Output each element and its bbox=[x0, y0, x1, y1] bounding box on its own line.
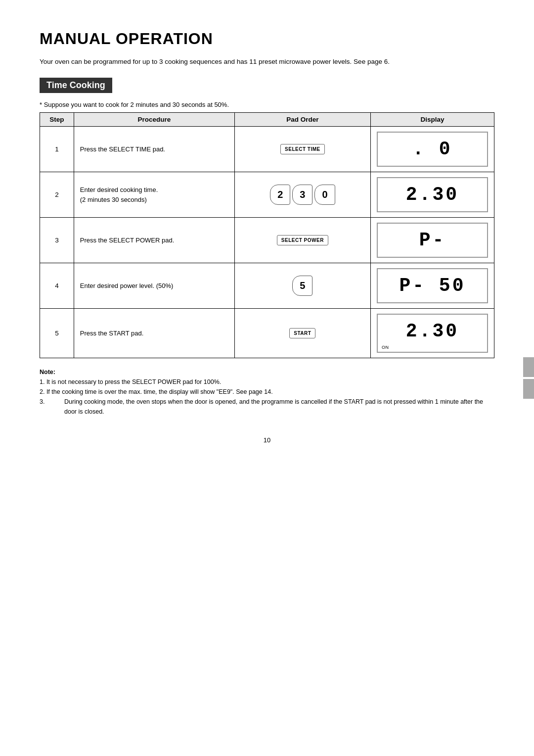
num-button[interactable]: 3 bbox=[292, 185, 312, 205]
lcd-text: 2.30 bbox=[406, 184, 459, 205]
note-label: Note: bbox=[40, 369, 55, 376]
pad-button[interactable]: SELECT POWER bbox=[277, 235, 328, 245]
pad-cell: 5 bbox=[234, 263, 370, 309]
num-button[interactable]: 2 bbox=[270, 185, 290, 205]
lcd-display: P- 50 bbox=[377, 268, 488, 303]
lcd-display: . 0 bbox=[377, 132, 488, 167]
step-cell: 1 bbox=[40, 127, 74, 172]
pad-button[interactable]: SELECT TIME bbox=[280, 144, 325, 154]
pad-cell: 230 bbox=[234, 172, 370, 218]
suppose-text: * Suppose you want to cook for 2 minutes… bbox=[40, 101, 494, 108]
step-cell: 2 bbox=[40, 172, 74, 218]
table-row: 2Enter desired cooking time.(2 minutes 3… bbox=[40, 172, 494, 218]
num-button[interactable]: 5 bbox=[292, 276, 312, 296]
right-tab-2 bbox=[523, 379, 534, 399]
lcd-on-label: ON bbox=[382, 345, 389, 350]
notes-section: Note: 1. It is not necessary to press th… bbox=[40, 367, 494, 417]
section-header: Time Cooking bbox=[40, 78, 112, 93]
lcd-text: 2.30 bbox=[406, 321, 459, 342]
num-button[interactable]: 0 bbox=[314, 185, 335, 205]
table-row: 3Press the SELECT POWER pad.SELECT POWER… bbox=[40, 218, 494, 263]
procedure-cell: Press the START pad. bbox=[74, 309, 234, 358]
procedure-cell: Press the SELECT POWER pad. bbox=[74, 218, 234, 263]
step-cell: 3 bbox=[40, 218, 74, 263]
pad-cell: START bbox=[234, 309, 370, 358]
display-cell: 2.30ON bbox=[370, 309, 494, 358]
pad-button[interactable]: START bbox=[289, 328, 315, 338]
col-header-step: Step bbox=[40, 113, 74, 127]
lcd-text: P- 50 bbox=[399, 275, 465, 296]
intro-text: Your oven can be programmed for up to 3 … bbox=[40, 57, 494, 67]
step-cell: 4 bbox=[40, 263, 74, 309]
note-item: 1. It is not necessary to press the SELE… bbox=[40, 377, 494, 387]
right-tab-1 bbox=[523, 357, 534, 377]
col-header-display: Display bbox=[370, 113, 494, 127]
lcd-display: P- bbox=[377, 223, 488, 258]
pad-cell: SELECT POWER bbox=[234, 218, 370, 263]
step-cell: 5 bbox=[40, 309, 74, 358]
lcd-display: 2.30ON bbox=[377, 314, 488, 353]
col-header-pad: Pad Order bbox=[234, 113, 370, 127]
note-item: 2. If the cooking time is over the max. … bbox=[40, 387, 494, 397]
note-content: During cooking mode, the oven stops when… bbox=[64, 397, 494, 417]
num-group: 5 bbox=[241, 276, 364, 296]
page-title: MANUAL OPERATION bbox=[40, 30, 494, 48]
display-cell: P- bbox=[370, 218, 494, 263]
table-row: 5Press the START pad.START2.30ON bbox=[40, 309, 494, 358]
page-number: 10 bbox=[40, 436, 494, 444]
procedure-cell: Press the SELECT TIME pad. bbox=[74, 127, 234, 172]
note-prefix: 3. bbox=[40, 397, 64, 417]
col-header-procedure: Procedure bbox=[74, 113, 234, 127]
display-cell: 2.30 bbox=[370, 172, 494, 218]
table-row: 4Enter desired power level. (50%)5P- 50 bbox=[40, 263, 494, 309]
instruction-table: Step Procedure Pad Order Display 1Press … bbox=[40, 112, 494, 358]
right-tabs bbox=[523, 357, 534, 399]
lcd-display: 2.30 bbox=[377, 177, 488, 212]
table-row: 1Press the SELECT TIME pad.SELECT TIME. … bbox=[40, 127, 494, 172]
pad-cell: SELECT TIME bbox=[234, 127, 370, 172]
procedure-cell: Enter desired power level. (50%) bbox=[74, 263, 234, 309]
lcd-text: P- bbox=[419, 230, 446, 251]
num-group: 230 bbox=[241, 185, 364, 205]
display-cell: . 0 bbox=[370, 127, 494, 172]
procedure-cell: Enter desired cooking time.(2 minutes 30… bbox=[74, 172, 234, 218]
display-cell: P- 50 bbox=[370, 263, 494, 309]
note-item-wrapper: 3. During cooking mode, the oven stops w… bbox=[40, 397, 494, 417]
lcd-text: . 0 bbox=[412, 139, 452, 160]
